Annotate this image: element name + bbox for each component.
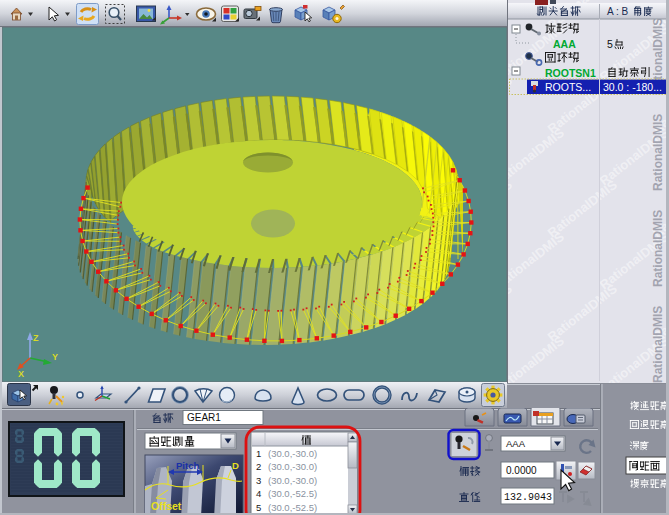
svg-text:D: D: [232, 460, 239, 471]
svg-text:ROOTS...: ROOTS...: [545, 81, 591, 93]
svg-text:4: 4: [256, 488, 261, 499]
svg-text:(30.0,-52.5): (30.0,-52.5): [268, 488, 317, 499]
svg-text:ROOTSN1: ROOTSN1: [545, 67, 596, 79]
svg-text:(30.0,-30.0): (30.0,-30.0): [268, 475, 317, 486]
svg-text:(30.0,-52.5): (30.0,-52.5): [268, 502, 317, 513]
svg-text:A : B: A : B: [607, 6, 628, 17]
svg-text:1: 1: [256, 448, 261, 459]
svg-text:Z: Z: [33, 333, 39, 343]
svg-text:AAA: AAA: [553, 38, 576, 50]
svg-text:GEAR1: GEAR1: [187, 412, 221, 423]
svg-text:Y: Y: [52, 352, 58, 362]
svg-text:RationalDMIS: RationalDMIS: [651, 306, 665, 383]
svg-text:RationalDMIS: RationalDMIS: [651, 114, 665, 191]
svg-text:Offset: Offset: [151, 500, 182, 512]
svg-text:2: 2: [256, 461, 261, 472]
svg-text:X: X: [18, 369, 24, 379]
svg-text:RationalDMIS: RationalDMIS: [651, 210, 665, 287]
svg-text:5: 5: [607, 38, 613, 50]
svg-text:(30.0,-30.0): (30.0,-30.0): [268, 461, 317, 472]
svg-text:(30.0,-30.0): (30.0,-30.0): [268, 448, 317, 459]
svg-text:30.0 : -180...: 30.0 : -180...: [603, 81, 662, 93]
svg-text:AAA: AAA: [506, 438, 526, 449]
svg-text:132.9043: 132.9043: [504, 492, 552, 503]
svg-text:5: 5: [256, 502, 261, 513]
svg-text:3: 3: [256, 475, 261, 486]
svg-text:0.0000: 0.0000: [506, 465, 537, 476]
svg-text:Pitch: Pitch: [176, 460, 199, 471]
